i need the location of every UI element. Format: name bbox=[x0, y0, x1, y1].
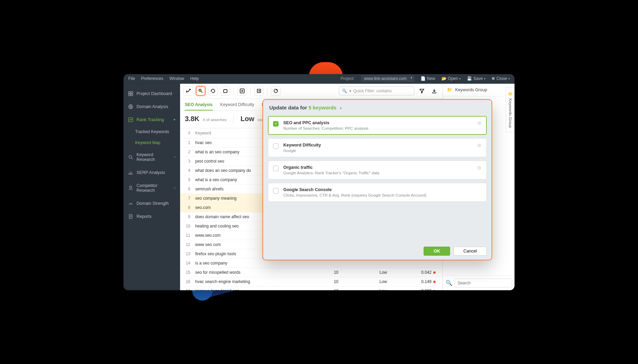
search-icon: 🔍 bbox=[446, 280, 452, 286]
modal-keyword-count[interactable]: 5 keywords bbox=[308, 105, 336, 110]
gear-icon[interactable]: ⚙ bbox=[477, 120, 482, 126]
cell-num: 11 bbox=[185, 233, 195, 238]
cell-value: 0.042 bbox=[394, 270, 438, 275]
update-data-modal: Update data for 5 keywords ▾ ✓SEO and PP… bbox=[262, 99, 492, 260]
checkbox[interactable] bbox=[273, 143, 279, 149]
svg-rect-10 bbox=[224, 90, 227, 93]
filter-placeholder: Quick Filter: contains bbox=[353, 89, 392, 93]
checkbox[interactable] bbox=[273, 188, 279, 193]
quick-filter-input[interactable]: 🔍▾ Quick Filter: contains bbox=[339, 86, 414, 95]
new-button[interactable]: 📄New bbox=[421, 76, 435, 81]
toolbar-btn-add[interactable] bbox=[237, 86, 247, 96]
menu-preferences[interactable]: Preferences bbox=[141, 76, 163, 81]
gear-icon[interactable]: ⚙ bbox=[477, 143, 482, 148]
svg-rect-0 bbox=[129, 92, 130, 93]
menubar: File Preferences Window Help Project: ww… bbox=[123, 74, 515, 84]
sidebar-item-label: Domain Analysis bbox=[137, 104, 168, 109]
option-title: Keyword Difficulty bbox=[283, 143, 472, 148]
toolbar: 🔍▾ Quick Filter: contains bbox=[180, 84, 442, 99]
ok-button[interactable]: OK bbox=[424, 247, 450, 256]
stat-searches-label: # of searches bbox=[203, 118, 226, 122]
svg-rect-2 bbox=[129, 94, 130, 96]
open-button[interactable]: 📂Open▾ bbox=[441, 76, 461, 81]
sidebar-item-tracked-keywords[interactable]: Tracked Keywords bbox=[123, 126, 180, 137]
modal-option[interactable]: Google Search ConsoleClicks, Impressions… bbox=[268, 183, 487, 202]
close-button[interactable]: ✖Close▾ bbox=[492, 76, 510, 81]
bars-icon bbox=[128, 170, 133, 175]
cell-num: 1 bbox=[185, 140, 195, 145]
menu-file[interactable]: File bbox=[128, 76, 135, 81]
sidebar-item-domain-analysis[interactable]: Domain Analysis bbox=[123, 100, 180, 113]
svg-rect-3 bbox=[131, 94, 133, 96]
sidebar-item-label: Reports bbox=[137, 214, 152, 219]
table-row[interactable]: 15seo for misspelled words10Low0.042 bbox=[180, 268, 442, 277]
cell-num: 15 bbox=[185, 270, 195, 275]
group-search-input[interactable] bbox=[454, 279, 512, 287]
toolbar-btn-share[interactable] bbox=[271, 86, 281, 96]
cell-keyword: hvac search engine marketing bbox=[195, 279, 303, 284]
cell-keyword: is a seo company bbox=[195, 261, 303, 266]
folder-icon: 📁 bbox=[508, 92, 513, 96]
modal-option[interactable]: Keyword DifficultyGoogle⚙ bbox=[268, 138, 487, 157]
main-area: 🔍▾ Quick Filter: contains SEO Analysis K… bbox=[180, 84, 442, 290]
stat-searches-value: 3.8K bbox=[185, 115, 199, 123]
toolbar-btn-3[interactable] bbox=[208, 86, 218, 96]
close-icon: ✖ bbox=[492, 76, 495, 81]
cell-num: 9 bbox=[185, 214, 195, 219]
folder-icon: 📂 bbox=[441, 76, 447, 81]
table-row[interactable]: 16hvac search engine marketing10Low0.149 bbox=[180, 277, 442, 286]
option-title: Organic traffic bbox=[283, 165, 472, 170]
sidebar-item-domain-strength[interactable]: Domain Strength bbox=[123, 197, 180, 210]
sidebar-item-project-dashboard[interactable]: Project Dashboard bbox=[123, 87, 180, 100]
sidebar-item-keyword-research[interactable]: Keyword Research› bbox=[123, 148, 180, 166]
cell-value: 0.149 bbox=[394, 279, 438, 284]
cell-num: 16 bbox=[185, 279, 195, 284]
toolbar-btn-4[interactable] bbox=[221, 86, 230, 96]
sidebar-item-reports[interactable]: Reports bbox=[123, 210, 180, 223]
checkbox[interactable]: ✓ bbox=[273, 121, 279, 127]
svg-point-6 bbox=[129, 155, 132, 158]
table-row[interactable]: 17improve hvac brand seo10Low0.003 bbox=[180, 286, 442, 290]
sidebar-item-competitor-research[interactable]: Competitor Research› bbox=[123, 179, 180, 197]
modal-option[interactable]: ✓SEO and PPC analysisNumber of Searches;… bbox=[268, 116, 487, 135]
vertical-tab-keywords-group[interactable]: 📁 Keywords Group bbox=[506, 87, 515, 132]
cell-searches: 10 bbox=[303, 289, 345, 290]
menu-window[interactable]: Window bbox=[169, 76, 184, 81]
sidebar-item-rank-tracking[interactable]: Rank Tracking▾ bbox=[123, 113, 180, 126]
person-icon bbox=[128, 186, 133, 190]
tab-keyword-difficulty[interactable]: Keyword Difficulty bbox=[220, 99, 254, 110]
modal-title: Update data for bbox=[269, 105, 307, 110]
filter-icon[interactable] bbox=[417, 86, 427, 96]
sidebar-item-keyword-map[interactable]: Keyword Map bbox=[123, 137, 180, 148]
cell-competition: Low bbox=[345, 279, 394, 284]
cancel-button[interactable]: Cancel bbox=[453, 247, 487, 256]
menu-help[interactable]: Help bbox=[190, 76, 199, 81]
chevron-right-icon: › bbox=[174, 186, 175, 190]
save-button[interactable]: 💾Save▾ bbox=[467, 76, 485, 81]
option-desc: Google Analytics; Rank Tracker's "Organi… bbox=[283, 171, 472, 175]
chevron-down-icon: ▾ bbox=[174, 118, 175, 121]
svg-rect-1 bbox=[131, 92, 133, 93]
th-num[interactable]: # bbox=[185, 131, 195, 136]
file-icon: 📄 bbox=[421, 76, 426, 81]
status-dot-icon bbox=[433, 290, 436, 290]
gear-icon[interactable]: ⚙ bbox=[477, 165, 482, 171]
cell-num: 3 bbox=[185, 159, 195, 164]
sidebar-item-label: Tracked Keywords bbox=[135, 129, 169, 134]
modal-option[interactable]: Organic trafficGoogle Analytics; Rank Tr… bbox=[268, 161, 487, 179]
download-icon[interactable] bbox=[429, 86, 439, 96]
sidebar-item-label: Rank Tracking bbox=[137, 117, 164, 122]
cell-num: 5 bbox=[185, 177, 195, 182]
checkbox[interactable] bbox=[273, 166, 279, 171]
cell-searches: 10 bbox=[303, 270, 345, 275]
cell-searches bbox=[303, 261, 345, 266]
project-label: Project: bbox=[341, 76, 355, 81]
folder-add-icon[interactable]: 📁 bbox=[514, 280, 515, 286]
toolbar-btn-update[interactable] bbox=[196, 86, 205, 96]
toolbar-btn-export[interactable] bbox=[254, 86, 264, 96]
tab-seo-analysis[interactable]: SEO Analysis bbox=[185, 99, 213, 110]
cell-searches: 10 bbox=[303, 279, 345, 284]
project-dropdown[interactable]: www.link-assistant.com bbox=[361, 75, 414, 82]
sidebar-item-serp-analysis[interactable]: SERP Analysis bbox=[123, 166, 180, 179]
toolbar-btn-1[interactable] bbox=[184, 86, 193, 96]
